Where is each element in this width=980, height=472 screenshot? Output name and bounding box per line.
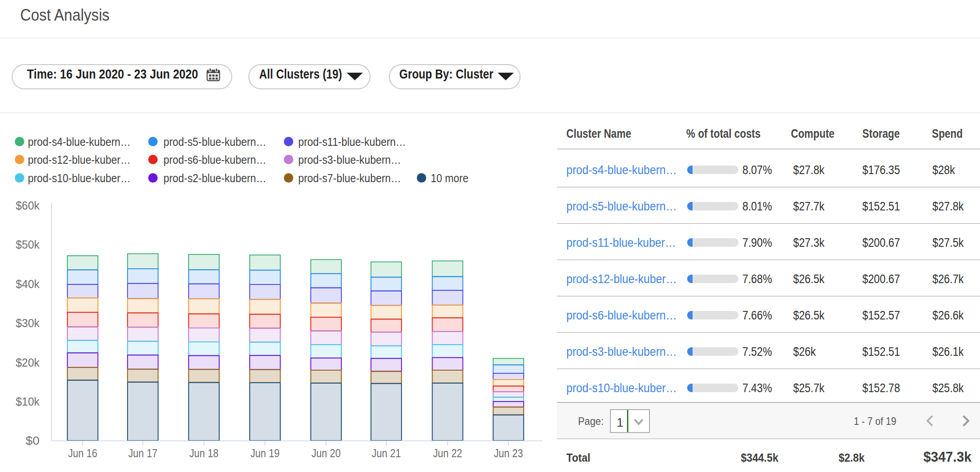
svg-text:$30k: $30k <box>16 316 40 330</box>
svg-text:$10k: $10k <box>16 395 40 408</box>
svg-text:Jun 18: Jun 18 <box>190 446 219 460</box>
svg-text:Jun 16: Jun 16 <box>68 446 97 460</box>
svg-text:Jun 21: Jun 21 <box>372 446 401 460</box>
svg-text:$0: $0 <box>26 434 40 447</box>
svg-text:Jun 23: Jun 23 <box>494 446 523 460</box>
svg-text:$20k: $20k <box>16 356 40 369</box>
svg-text:Jun 22: Jun 22 <box>433 446 462 460</box>
svg-text:$60k: $60k <box>16 199 40 212</box>
svg-text:Jun 17: Jun 17 <box>128 446 158 460</box>
svg-text:$40k: $40k <box>16 277 40 291</box>
svg-text:$50k: $50k <box>16 238 40 251</box>
svg-text:Jun 20: Jun 20 <box>312 446 341 460</box>
svg-text:Jun 19: Jun 19 <box>251 446 280 460</box>
